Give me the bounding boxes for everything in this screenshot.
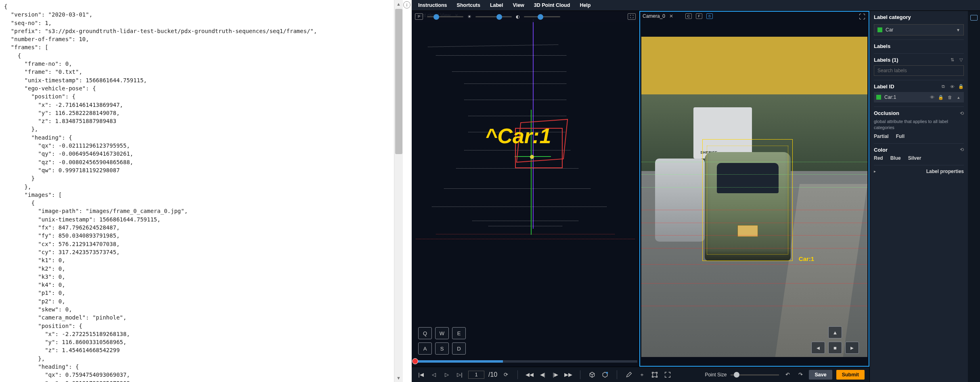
key-a[interactable]: A <box>418 342 432 355</box>
refresh-button[interactable]: ⟳ <box>501 370 510 379</box>
camera-image[interactable]: Car:1 <box>641 37 867 357</box>
label-id-title: Label ID <box>874 83 894 90</box>
key-s[interactable]: S <box>435 342 449 355</box>
bbox-2d-inner <box>707 146 788 255</box>
menu-label[interactable]: Label <box>490 2 503 8</box>
chevron-up-icon[interactable]: ▴ <box>956 94 961 100</box>
pc-timeline[interactable] <box>413 360 637 363</box>
hide-icon[interactable]: 👁 <box>929 94 935 100</box>
panel-toggle-icon[interactable] <box>970 15 978 21</box>
occlusion-partial[interactable]: Partial <box>874 134 889 139</box>
sun-icon: ☀ <box>467 14 471 19</box>
menu-instructions[interactable]: Instructions <box>418 2 447 8</box>
category-swatch <box>877 27 882 32</box>
focus-icon[interactable] <box>650 370 659 379</box>
bottom-bar: |◀ ◁ ▷ ▷| /10 ⟳ ◀◀ ◀| |▶ ▶▶ <box>412 367 869 382</box>
menu-shortcuts[interactable]: Shortcuts <box>457 2 480 8</box>
close-icon[interactable]: ✕ <box>669 13 673 19</box>
skip-back-button[interactable]: ◀◀ <box>525 370 534 379</box>
svg-point-0 <box>606 372 608 374</box>
json-code-pane: { "version": "2020-03-01", "seq-no": 1, … <box>0 0 412 382</box>
json-code: { "version": "2020-03-01", "seq-no": 1, … <box>0 0 394 382</box>
labels-heading: Labels <box>874 43 964 49</box>
category-value: Car <box>886 27 893 33</box>
first-frame-button[interactable]: |◀ <box>417 370 425 379</box>
menu-3d-point-cloud[interactable]: 3D Point Cloud <box>534 2 570 8</box>
key-left[interactable]: ◄ <box>811 342 825 354</box>
occlusion-desc: global attribute that applies to all lab… <box>874 119 964 131</box>
frame-input[interactable] <box>468 371 484 379</box>
key-up[interactable]: ▲ <box>828 326 842 338</box>
contrast-slider[interactable] <box>524 15 560 19</box>
key-q[interactable]: Q <box>418 327 432 339</box>
menu-view[interactable]: View <box>513 2 524 8</box>
sort-icon[interactable]: ⇅ <box>949 57 955 63</box>
lock-icon[interactable]: 🔒 <box>958 84 964 90</box>
add-icon[interactable]: ＋ <box>637 370 646 379</box>
color-red[interactable]: Red <box>874 155 883 161</box>
step-back-button[interactable]: ◀| <box>538 370 547 379</box>
visibility-icon[interactable]: 👁 <box>949 84 955 90</box>
undo-button[interactable]: ↶ <box>783 370 792 379</box>
slider-1[interactable] <box>427 15 463 19</box>
label-item-row[interactable]: Car:1 👁 🔒 🗑 ▴ <box>874 92 964 102</box>
point-cloud-view[interactable]: Point cloud View ✕ P ☀ ◐ ⛶ <box>412 11 639 367</box>
expand-icon[interactable]: ⛶ <box>859 13 865 21</box>
menu-help[interactable]: Help <box>580 2 591 8</box>
key-right[interactable]: ► <box>845 342 859 354</box>
cube-add-icon[interactable] <box>601 370 609 379</box>
lock-icon[interactable]: 🔒 <box>938 94 944 100</box>
label-category-title: Label category <box>874 14 964 20</box>
label-category-select[interactable]: Car ▼ <box>874 24 964 35</box>
fullscreen-icon[interactable] <box>663 370 672 379</box>
perspective-toggle[interactable]: P <box>415 13 423 20</box>
badge-b[interactable]: B <box>706 13 713 19</box>
skip-fwd-button[interactable]: ▶▶ <box>564 370 573 379</box>
pc-canvas[interactable]: ^Car:1 <box>412 11 639 367</box>
edit-icon[interactable] <box>624 370 633 379</box>
labels-count-title: Labels (1) <box>874 57 898 63</box>
key-w[interactable]: W <box>435 327 449 339</box>
info-icon[interactable]: i <box>403 1 410 8</box>
submit-button[interactable]: Submit <box>836 370 865 380</box>
cube-icon[interactable] <box>588 370 597 379</box>
occlusion-title: Occlusion <box>874 110 899 116</box>
contrast-icon: ◐ <box>516 14 520 19</box>
filter-icon[interactable]: ▽ <box>958 57 964 63</box>
camera-view[interactable]: Camera_0 ✕ C F B ⛶ <box>639 11 869 367</box>
occlusion-full[interactable]: Full <box>896 134 905 139</box>
reset-icon[interactable]: ⟲ <box>960 147 964 152</box>
color-silver[interactable]: Silver <box>908 155 921 161</box>
duplicate-icon[interactable]: ⧉ <box>940 84 946 90</box>
reset-icon[interactable]: ⟲ <box>960 111 964 116</box>
next-frame-button[interactable]: ▷| <box>455 370 464 379</box>
key-d[interactable]: D <box>452 342 466 355</box>
play-button[interactable]: ▷ <box>442 370 451 379</box>
code-scrollbar[interactable]: ▲ ▼ <box>394 0 403 382</box>
brightness-slider[interactable] <box>475 15 512 19</box>
prev-frame-button[interactable]: ◁ <box>429 370 438 379</box>
key-center[interactable]: ■ <box>828 342 842 354</box>
delete-icon[interactable]: 🗑 <box>947 94 953 100</box>
search-labels-input[interactable] <box>874 65 964 76</box>
playback-controls: |◀ ◁ ▷ ▷| /10 ⟳ <box>417 370 510 379</box>
bbox-label: ^Car:1 <box>485 124 551 148</box>
menu-bar: Instructions Shortcuts Label View 3D Poi… <box>412 0 980 11</box>
side-rail <box>968 11 980 382</box>
redo-button[interactable]: ↷ <box>796 370 805 379</box>
badge-f[interactable]: F <box>696 13 702 19</box>
color-title: Color <box>874 147 888 153</box>
cam-tab: Camera_0 ✕ C F B <box>643 13 717 19</box>
point-size-slider[interactable] <box>731 373 779 377</box>
label-properties-title: Label properties <box>926 169 964 174</box>
label-properties-row[interactable]: ▸ Label properties <box>874 169 964 174</box>
key-e[interactable]: E <box>452 327 466 339</box>
chevron-right-icon: ▸ <box>874 169 876 173</box>
expand-icon[interactable]: ⛶ <box>628 13 636 20</box>
badge-c[interactable]: C <box>685 13 692 19</box>
save-button[interactable]: Save <box>809 370 832 380</box>
cam-title: Camera_0 <box>643 13 665 19</box>
bbox-2d-label: Car:1 <box>799 255 814 262</box>
step-fwd-button[interactable]: |▶ <box>551 370 560 379</box>
color-blue[interactable]: Blue <box>890 155 901 161</box>
